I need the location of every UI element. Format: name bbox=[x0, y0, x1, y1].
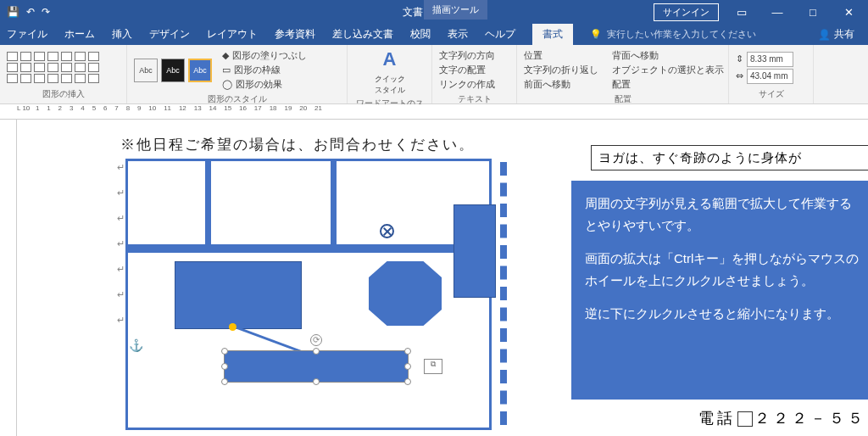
wrap-text-button[interactable]: 文字列の折り返し bbox=[524, 63, 598, 77]
tip-text-3: 逆に下にクルクルさせると縮小になります。 bbox=[585, 303, 861, 325]
tab-layout[interactable]: レイアウト bbox=[207, 27, 258, 42]
lightbulb-icon: 💡 bbox=[590, 29, 602, 40]
para-mark: ↵ bbox=[117, 162, 125, 173]
height-input[interactable]: ⇕8.33 mm bbox=[736, 51, 793, 68]
document-canvas[interactable]: ※他日程ご希望の場合は、お問合わせください。 ⟳ ⧉ ⚓ ヨガは、すぐ奇跡のよう… bbox=[17, 120, 868, 436]
share-icon: 👤 bbox=[818, 29, 831, 41]
para-mark: ↵ bbox=[117, 264, 125, 275]
building-rect[interactable] bbox=[175, 261, 302, 329]
para-mark: ↵ bbox=[117, 187, 125, 198]
tab-help[interactable]: ヘルプ bbox=[485, 27, 515, 42]
road-horizontal[interactable] bbox=[128, 244, 489, 253]
workspace: ※他日程ご希望の場合は、お問合わせください。 ⟳ ⧉ ⚓ ヨガは、すぐ奇跡のよう… bbox=[0, 120, 868, 436]
tab-file[interactable]: ファイル bbox=[7, 27, 47, 42]
signin-button[interactable]: サインイン bbox=[654, 3, 719, 21]
text-frame[interactable]: ヨガは、すぐ奇跡のように身体が bbox=[591, 145, 868, 170]
tab-insert[interactable]: 挿入 bbox=[112, 27, 132, 42]
resize-handle-w[interactable] bbox=[221, 363, 228, 370]
resize-handle-n[interactable] bbox=[313, 348, 320, 355]
resize-handle-sw[interactable] bbox=[221, 378, 228, 385]
shape-effects-button[interactable]: ◯図形の効果 bbox=[222, 77, 307, 92]
bring-forward-button[interactable]: 前面へ移動 bbox=[524, 77, 598, 92]
group-label-arrange: 配置 bbox=[524, 92, 721, 105]
rotate-handle[interactable]: ⟳ bbox=[310, 334, 322, 346]
shape-outline-button[interactable]: ▭図形の枠線 bbox=[222, 63, 307, 77]
shape-fill-button[interactable]: ◆図形の塗りつぶし bbox=[222, 48, 307, 63]
para-mark: ↵ bbox=[117, 238, 125, 249]
send-backward-button[interactable]: 背面へ移動 bbox=[612, 48, 724, 63]
redo-icon[interactable]: ↷ bbox=[42, 6, 50, 18]
shapes-gallery[interactable] bbox=[7, 52, 99, 83]
resize-handle-ne[interactable] bbox=[404, 348, 411, 355]
vertical-ruler[interactable] bbox=[0, 120, 17, 436]
octagon-shape[interactable] bbox=[369, 261, 442, 326]
close-icon[interactable]: ✕ bbox=[836, 6, 861, 19]
style-preset-2[interactable]: Abc bbox=[161, 59, 185, 82]
resize-handle-e[interactable] bbox=[404, 363, 411, 370]
minimize-icon[interactable]: ― bbox=[765, 6, 790, 19]
resize-handle-nw[interactable] bbox=[221, 348, 228, 355]
maximize-icon[interactable]: □ bbox=[800, 6, 826, 19]
layout-options-icon[interactable]: ⧉ bbox=[424, 359, 442, 374]
undo-icon[interactable]: ↶ bbox=[26, 6, 35, 18]
para-mark: ↵ bbox=[117, 289, 125, 300]
tab-design[interactable]: デザイン bbox=[149, 27, 190, 42]
adjust-handle[interactable] bbox=[229, 323, 236, 331]
road-vertical-2[interactable] bbox=[331, 161, 337, 246]
width-icon: ⇔ bbox=[736, 70, 743, 81]
save-icon[interactable]: 💾 bbox=[7, 6, 19, 18]
outline-icon: ▭ bbox=[222, 64, 231, 75]
body-text: ※他日程ご希望の場合は、お問合わせください。 bbox=[120, 135, 475, 154]
fill-icon: ◆ bbox=[222, 50, 229, 61]
tell-me-search[interactable]: 💡 実行したい作業を入力してください bbox=[590, 28, 756, 41]
selection-pane-button[interactable]: オブジェクトの選択と表示 bbox=[612, 63, 724, 77]
resize-handle-se[interactable] bbox=[404, 378, 411, 385]
tip-callout: 周囲の文字列が見える範囲で拡大して作業するとやりやすいです。 画面の拡大は「Ct… bbox=[571, 181, 868, 400]
group-label-shape-styles: 図形のスタイル bbox=[134, 92, 340, 105]
ribbon: 図形の挿入 Abc Abc Abc ◆図形の塗りつぶし ▭図形の枠線 ◯図形の効… bbox=[0, 45, 868, 104]
height-icon: ⇕ bbox=[736, 53, 743, 64]
tab-references[interactable]: 参考資料 bbox=[275, 27, 315, 42]
selected-rectangle[interactable]: ⟳ bbox=[224, 350, 409, 383]
phone-text: 電話２２２－５５ bbox=[698, 408, 866, 428]
wordart-icon[interactable]: A bbox=[383, 48, 397, 70]
tab-format[interactable]: 書式 bbox=[532, 24, 573, 45]
menu-bar: ファイル ホーム 挿入 デザイン レイアウト 参考資料 差し込み文書 校閲 表示… bbox=[0, 24, 868, 45]
tab-home[interactable]: ホーム bbox=[64, 27, 95, 42]
group-label-text: テキスト bbox=[439, 92, 509, 105]
position-button[interactable]: 位置 bbox=[524, 48, 598, 63]
share-button[interactable]: 👤 共有 bbox=[818, 27, 854, 42]
tip-text-2: 画面の拡大は「Ctrlキー」を押しながらマウスのホイールを上にクルクルさせましょ… bbox=[585, 248, 861, 291]
ribbon-options-icon[interactable]: ▭ bbox=[729, 6, 754, 19]
resize-handle-s[interactable] bbox=[313, 378, 320, 385]
title-bar: 💾 ↶ ↷ 文書 1 - Word 描画ツール サインイン ▭ ― □ ✕ bbox=[0, 0, 868, 24]
style-preset-1[interactable]: Abc bbox=[134, 59, 158, 82]
align-button[interactable]: 配置 bbox=[612, 77, 724, 92]
horizontal-ruler[interactable]: L 10 1 1 2 3 4 5 6 7 8 9 10 11 12 13 14 … bbox=[0, 104, 868, 120]
tab-mailings[interactable]: 差し込み文書 bbox=[332, 27, 393, 42]
style-preset-3[interactable]: Abc bbox=[188, 59, 212, 82]
effects-icon: ◯ bbox=[222, 79, 232, 90]
text-direction-button[interactable]: 文字列の方向 bbox=[439, 48, 495, 63]
marker-icon[interactable] bbox=[380, 224, 394, 238]
align-text-button[interactable]: 文字の配置 bbox=[439, 63, 495, 77]
para-mark: ↵ bbox=[117, 213, 125, 224]
contextual-tab-label: 描画ツール bbox=[424, 0, 487, 20]
tip-text-1: 周囲の文字列が見える範囲で拡大して作業するとやりやすいです。 bbox=[585, 193, 861, 236]
tab-view[interactable]: 表示 bbox=[448, 27, 468, 42]
road-vertical-1[interactable] bbox=[205, 161, 211, 246]
group-label-insert-shapes: 図形の挿入 bbox=[7, 87, 120, 100]
width-input[interactable]: ⇔43.04 mm bbox=[736, 68, 793, 85]
tab-review[interactable]: 校閲 bbox=[410, 27, 431, 42]
create-link-button[interactable]: リンクの作成 bbox=[439, 77, 495, 92]
para-mark: ↵ bbox=[117, 315, 125, 326]
building-tall[interactable] bbox=[453, 204, 496, 298]
group-label-size: サイズ bbox=[736, 87, 806, 100]
dashed-line[interactable] bbox=[500, 162, 507, 425]
anchor-icon: ⚓ bbox=[129, 338, 143, 352]
